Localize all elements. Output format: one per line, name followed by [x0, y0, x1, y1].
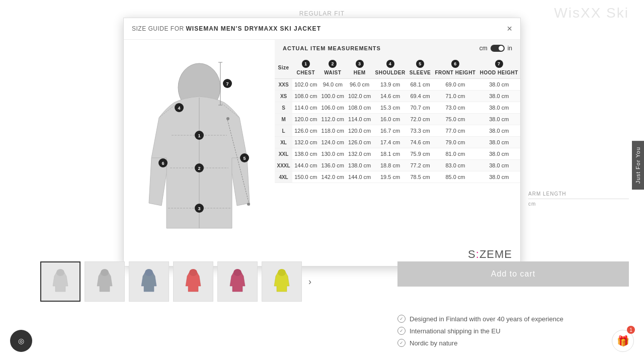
unit-in: in	[508, 45, 512, 52]
svg-text:6: 6	[162, 161, 164, 166]
svg-point-22	[145, 269, 153, 276]
cell-shoulder: 15.3 cm	[373, 102, 407, 114]
cell-sleeve: 69.4 cm	[408, 90, 433, 102]
cell-size: M	[275, 114, 292, 125]
cell-shoulder: 14.6 cm	[373, 90, 407, 102]
unit-toggle-switch[interactable]	[491, 45, 505, 52]
cell-front: 75.0 cm	[433, 114, 477, 125]
cell-sleeve: 72.0 cm	[408, 114, 433, 125]
cell-waist: 124.0 cm	[319, 137, 346, 148]
cell-hem: 108.0 cm	[346, 102, 373, 114]
just-for-you-sidebar[interactable]: Just For You	[632, 141, 644, 190]
measurements-header: ACTUAL ITEM MEASUREMENTS cm in	[275, 40, 520, 57]
cell-waist: 100.0 cm	[319, 90, 346, 102]
svg-point-18	[247, 203, 250, 206]
cell-hem: 126.0 cm	[346, 137, 373, 148]
cell-hem: 120.0 cm	[346, 125, 373, 137]
arm-length-section: ARM LENGTH cm	[528, 191, 629, 207]
cell-chest: 126.0 cm	[292, 125, 319, 137]
cell-front: 85.0 cm	[433, 171, 477, 183]
cell-front: 71.0 cm	[433, 90, 477, 102]
waist-header: 2 WAIST	[319, 57, 346, 79]
thumb-3[interactable]	[129, 261, 169, 302]
thumb-6[interactable]	[262, 261, 302, 302]
cell-shoulder: 16.7 cm	[373, 125, 407, 137]
table-row: XXXL144.0 cm136.0 cm138.0 cm18.8 cm77.2 …	[275, 160, 520, 171]
add-to-cart-button[interactable]: Add to cart	[397, 261, 629, 287]
modal-header: SIZE GUIDE FOR WISEMAN MEN'S DRYMAXX SKI…	[124, 18, 520, 40]
svg-text:2: 2	[198, 166, 200, 171]
feature-3-check: ✓	[397, 339, 406, 347]
cell-hood: 38.0 cm	[478, 148, 520, 160]
cell-shoulder: 16.0 cm	[373, 114, 407, 125]
svg-point-25	[278, 269, 286, 276]
svg-point-20	[56, 269, 64, 276]
thumb-1[interactable]	[40, 261, 80, 302]
cell-size: XL	[275, 137, 292, 148]
cell-front: 73.0 cm	[433, 102, 477, 114]
cell-sleeve: 75.9 cm	[408, 148, 433, 160]
thumb-2[interactable]	[85, 261, 125, 302]
feature-1-text: Designed in Finland with over 40 years o…	[410, 315, 564, 323]
cell-hem: 132.0 cm	[346, 148, 373, 160]
features-list: ✓ Designed in Finland with over 40 years…	[397, 315, 629, 347]
cell-chest: 144.0 cm	[292, 160, 319, 171]
sleeve-header: 5 SLEEVE	[408, 57, 433, 79]
arm-length-unit: cm	[528, 201, 629, 207]
cell-hood: 38.0 cm	[478, 114, 520, 125]
feature-1-check: ✓	[397, 315, 406, 323]
chat-button[interactable]: ◎	[10, 330, 32, 352]
cell-size: L	[275, 125, 292, 137]
cell-waist: 142.0 cm	[319, 171, 346, 183]
cell-front: 81.0 cm	[433, 148, 477, 160]
jacket-illustration: 1 2 3 4 5 6 7	[139, 57, 260, 248]
cell-shoulder: 17.4 cm	[373, 137, 407, 148]
table-row: XL132.0 cm124.0 cm126.0 cm17.4 cm74.6 cm…	[275, 137, 520, 148]
cell-sleeve: 78.5 cm	[408, 171, 433, 183]
svg-point-24	[233, 269, 242, 276]
size-table: Size 1 CHEST 2 WAIST	[275, 57, 520, 183]
cell-hood: 38.0 cm	[478, 125, 520, 137]
thumbnail-strip: ›	[40, 261, 314, 302]
gift-icon: 🎁	[617, 335, 629, 347]
cell-hood: 38.0 cm	[478, 79, 520, 90]
cell-size: XXXL	[275, 160, 292, 171]
unit-cm: cm	[479, 45, 488, 52]
cell-chest: 132.0 cm	[292, 137, 319, 148]
modal-title: SIZE GUIDE FOR WISEMAN MEN'S DRYMAXX SKI…	[132, 25, 321, 32]
cell-shoulder: 18.1 cm	[373, 148, 407, 160]
cell-size: XXS	[275, 79, 292, 90]
hem-header: 3 HEM	[346, 57, 373, 79]
chest-header: 1 CHEST	[292, 57, 319, 79]
cell-sleeve: 70.7 cm	[408, 102, 433, 114]
unit-toggle[interactable]: cm in	[479, 45, 512, 52]
thumb-5[interactable]	[217, 261, 258, 302]
hood-height-header: 7 HOOD HEIGHT	[478, 57, 520, 79]
sizeme-logo: S:ZEME	[468, 248, 512, 261]
thumb-4[interactable]	[173, 261, 213, 302]
add-to-cart-container: Add to cart	[397, 261, 629, 297]
cell-shoulder: 19.5 cm	[373, 171, 407, 183]
size-guide-modal: SIZE GUIDE FOR WISEMAN MEN'S DRYMAXX SKI…	[123, 18, 521, 266]
cell-waist: 118.0 cm	[319, 125, 346, 137]
feature-2: ✓ International shipping in the EU	[397, 327, 629, 335]
svg-text:5: 5	[243, 156, 246, 161]
feature-2-check: ✓	[397, 327, 406, 335]
cell-shoulder: 18.8 cm	[373, 160, 407, 171]
cell-chest: 150.0 cm	[292, 171, 319, 183]
feature-3-text: Nordic by nature	[410, 339, 457, 347]
gift-badge: 1	[627, 326, 635, 334]
modal-close-button[interactable]: ×	[507, 24, 512, 33]
cell-chest: 108.0 cm	[292, 90, 319, 102]
feature-1: ✓ Designed in Finland with over 40 years…	[397, 315, 629, 323]
cell-size: XS	[275, 90, 292, 102]
cell-sleeve: 73.3 cm	[408, 125, 433, 137]
measurements-title: ACTUAL ITEM MEASUREMENTS	[283, 45, 381, 51]
modal-body: 1 2 3 4 5 6 7	[124, 40, 520, 266]
measurements-panel: ACTUAL ITEM MEASUREMENTS cm in Size 1 CH…	[275, 40, 520, 266]
arm-length-label: ARM LENGTH	[528, 191, 629, 197]
thumbnails-next-button[interactable]: ›	[306, 277, 314, 287]
cell-front: 79.0 cm	[433, 137, 477, 148]
cell-hood: 38.0 cm	[478, 90, 520, 102]
chat-icon: ◎	[18, 337, 24, 345]
